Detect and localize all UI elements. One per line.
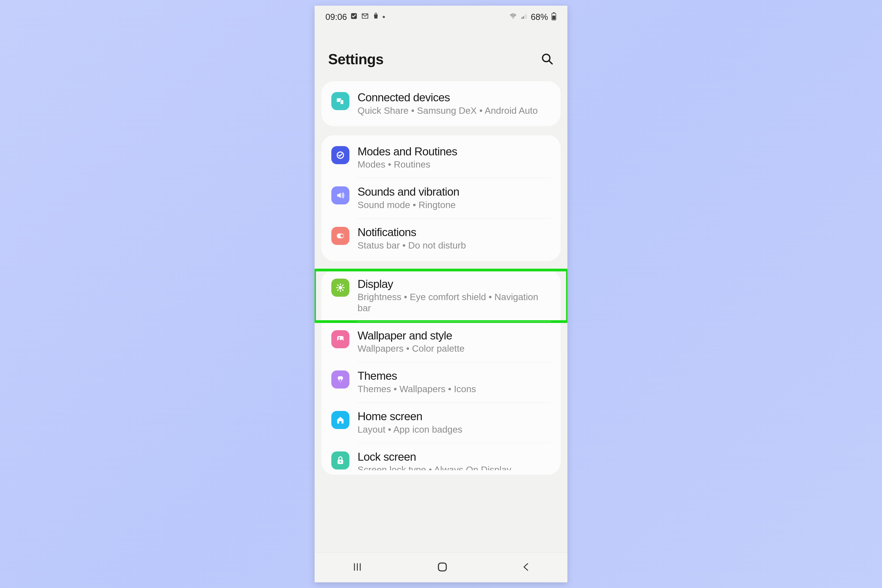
settings-item-notifications[interactable]: Notifications Status bar • Do not distur… xyxy=(321,218,561,259)
settings-item-subtitle: Layout • App icon badges xyxy=(357,424,550,435)
back-button[interactable] xyxy=(521,561,531,573)
svg-rect-27 xyxy=(340,379,341,382)
status-time: 09:06 xyxy=(326,12,347,22)
svg-point-26 xyxy=(339,337,340,338)
svg-rect-7 xyxy=(553,12,555,14)
settings-item-title: Home screen xyxy=(357,410,550,423)
settings-item-title: Wallpaper and style xyxy=(357,329,550,342)
sound-icon xyxy=(332,186,350,204)
modes-icon xyxy=(332,146,350,164)
settings-item-subtitle: Quick Share • Samsung DeX • Android Auto xyxy=(357,105,550,116)
status-bar: 09:06 68% xyxy=(315,6,567,24)
settings-group: Connected devices Quick Share • Samsung … xyxy=(321,81,561,126)
settings-item-title: Notifications xyxy=(357,226,550,239)
settings-item-sounds-vibration[interactable]: Sounds and vibration Sound mode • Ringto… xyxy=(321,178,561,218)
battery-icon xyxy=(551,12,556,22)
svg-line-21 xyxy=(338,285,338,286)
home-icon xyxy=(332,411,350,429)
settings-item-wallpaper-style[interactable]: Wallpaper and style Wallpapers • Color p… xyxy=(321,322,561,362)
settings-item-title: Display xyxy=(357,278,550,291)
settings-item-title: Themes xyxy=(357,369,550,382)
svg-rect-5 xyxy=(526,14,526,19)
svg-rect-3 xyxy=(523,16,524,19)
svg-line-22 xyxy=(342,290,343,290)
settings-item-home-screen[interactable]: Home screen Layout • App icon badges xyxy=(321,402,561,443)
svg-line-23 xyxy=(338,290,338,290)
svg-point-29 xyxy=(340,461,341,462)
search-icon[interactable] xyxy=(540,52,554,66)
wifi-icon xyxy=(509,13,517,21)
battery-percent: 68% xyxy=(531,12,548,22)
settings-header: Settings xyxy=(315,24,567,81)
svg-rect-4 xyxy=(524,15,525,19)
settings-item-subtitle: Screen lock type • Always On Display xyxy=(357,464,550,470)
svg-line-10 xyxy=(549,61,552,64)
settings-item-subtitle: Status bar • Do not disturb xyxy=(357,240,550,251)
settings-item-subtitle: Brightness • Eye comfort shield • Naviga… xyxy=(357,291,550,314)
svg-rect-2 xyxy=(522,17,522,19)
svg-point-16 xyxy=(339,286,342,290)
phone-frame: 09:06 68% Settings xyxy=(315,6,567,582)
svg-point-15 xyxy=(340,234,344,237)
recents-button[interactable] xyxy=(351,562,364,573)
more-dot-icon xyxy=(382,16,385,18)
settings-group: Modes and Routines Modes • Routines Soun… xyxy=(321,135,561,261)
devices-icon xyxy=(332,92,350,110)
svg-rect-33 xyxy=(438,563,446,571)
page-title: Settings xyxy=(328,51,383,68)
settings-item-title: Modes and Routines xyxy=(357,145,550,158)
svg-rect-8 xyxy=(552,16,555,20)
android-nav-bar xyxy=(315,552,567,582)
svg-line-24 xyxy=(342,285,343,286)
settings-item-title: Lock screen xyxy=(357,450,550,464)
settings-item-title: Connected devices xyxy=(357,91,550,104)
themes-icon xyxy=(332,370,350,388)
settings-list[interactable]: Connected devices Quick Share • Samsung … xyxy=(315,81,567,552)
settings-item-subtitle: Themes • Wallpapers • Icons xyxy=(357,384,550,394)
settings-item-themes[interactable]: Themes Themes • Wallpapers • Icons xyxy=(321,362,561,402)
settings-item-subtitle: Wallpapers • Color palette xyxy=(357,343,550,354)
settings-item-subtitle: Sound mode • Ringtone xyxy=(357,200,550,210)
mail-icon xyxy=(361,12,369,22)
shopping-icon xyxy=(372,12,380,22)
settings-item-subtitle: Modes • Routines xyxy=(357,159,550,170)
wallpaper-icon xyxy=(332,330,350,348)
settings-item-lock-screen[interactable]: Lock screen Screen lock type • Always On… xyxy=(321,443,561,472)
lock-icon xyxy=(332,452,350,470)
settings-group: Display Brightness • Eye comfort shield … xyxy=(321,270,561,475)
notifications-icon xyxy=(332,227,350,245)
checkbox-icon xyxy=(350,12,358,22)
svg-rect-12 xyxy=(340,100,344,104)
settings-item-display[interactable]: Display Brightness • Eye comfort shield … xyxy=(315,270,567,322)
settings-item-connected-devices[interactable]: Connected devices Quick Share • Samsung … xyxy=(321,84,561,124)
settings-item-modes-routines[interactable]: Modes and Routines Modes • Routines xyxy=(321,138,561,178)
home-button[interactable] xyxy=(436,561,448,574)
signal-icon xyxy=(520,13,528,21)
svg-point-1 xyxy=(513,17,514,18)
settings-item-title: Sounds and vibration xyxy=(357,186,550,199)
display-icon xyxy=(332,279,350,297)
